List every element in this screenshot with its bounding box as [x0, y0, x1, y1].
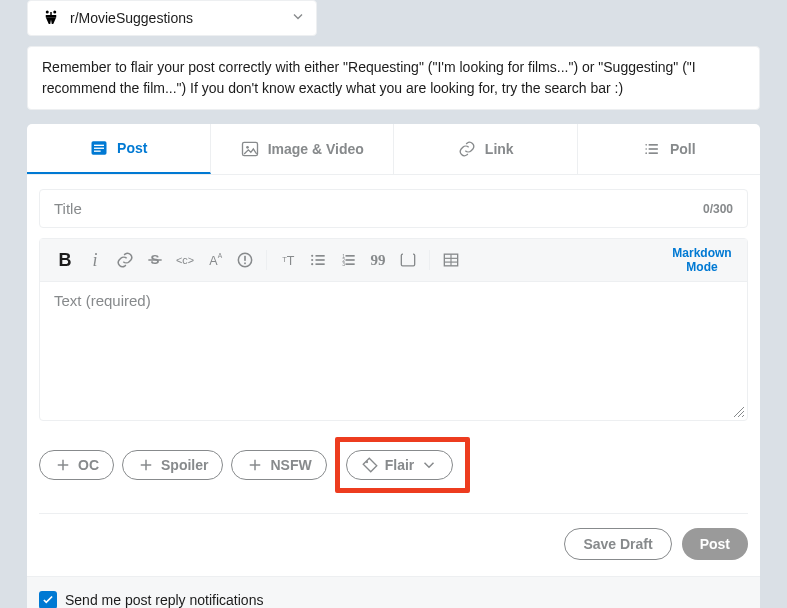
- number-list-button[interactable]: 123: [333, 245, 363, 275]
- svg-point-0: [46, 11, 49, 14]
- tag-icon: [361, 456, 379, 474]
- save-draft-button[interactable]: Save Draft: [564, 528, 671, 560]
- tab-poll-label: Poll: [670, 141, 696, 157]
- svg-rect-11: [649, 144, 658, 146]
- svg-rect-31: [316, 263, 325, 265]
- quote-button[interactable]: 99: [363, 245, 393, 275]
- flair-tag-button[interactable]: Flair: [346, 450, 454, 480]
- svg-point-54: [366, 461, 368, 463]
- svg-rect-13: [649, 148, 658, 150]
- oc-tag-label: OC: [78, 457, 99, 473]
- chevron-down-icon: [420, 456, 438, 474]
- composer-footer: Send me post reply notifications Connect…: [27, 576, 760, 608]
- image-icon: [240, 139, 260, 159]
- svg-point-30: [311, 263, 313, 265]
- bullet-list-button[interactable]: [303, 245, 333, 275]
- post-type-tabs: Post Image & Video Link Poll: [27, 124, 760, 175]
- svg-point-1: [53, 11, 56, 14]
- flair-notice: Remember to flair your post correctly wi…: [27, 46, 760, 110]
- svg-text:<c>: <c>: [176, 254, 194, 266]
- action-row: Save Draft Post: [27, 514, 760, 576]
- community-icon: [40, 7, 62, 29]
- svg-rect-3: [46, 15, 57, 17]
- post-button[interactable]: Post: [682, 528, 748, 560]
- post-icon: [89, 138, 109, 158]
- table-button[interactable]: [436, 245, 466, 275]
- text-editor: B i S <c> AA TT: [39, 238, 748, 421]
- editor-toolbar: B i S <c> AA TT: [40, 239, 747, 282]
- svg-rect-7: [94, 151, 101, 152]
- community-name: r/MovieSuggestions: [70, 10, 193, 26]
- plus-icon: [137, 456, 155, 474]
- svg-text:99: 99: [371, 252, 386, 268]
- resize-handle-icon[interactable]: [732, 405, 744, 417]
- strikethrough-button[interactable]: S: [140, 245, 170, 275]
- svg-text:3: 3: [342, 261, 345, 267]
- svg-text:A: A: [209, 254, 218, 268]
- body-placeholder: Text (required): [54, 292, 151, 309]
- title-input[interactable]: [54, 200, 703, 217]
- svg-rect-29: [316, 259, 325, 261]
- svg-line-47: [742, 415, 744, 417]
- svg-rect-2: [50, 12, 52, 15]
- toolbar-divider: [266, 250, 267, 270]
- svg-text:A: A: [218, 252, 223, 259]
- svg-point-26: [311, 255, 313, 257]
- tab-link[interactable]: Link: [394, 124, 578, 174]
- flair-highlight-box: Flair: [335, 437, 471, 493]
- svg-rect-23: [244, 263, 246, 265]
- tab-post-label: Post: [117, 140, 147, 156]
- svg-rect-22: [244, 256, 246, 261]
- code-block-button[interactable]: [393, 245, 423, 275]
- inline-code-button[interactable]: <c>: [170, 245, 200, 275]
- tab-post[interactable]: Post: [27, 124, 211, 174]
- title-input-row: 0/300: [39, 189, 748, 228]
- poll-icon: [642, 139, 662, 159]
- nsfw-tag-button[interactable]: NSFW: [231, 450, 326, 480]
- svg-rect-6: [94, 148, 104, 149]
- svg-rect-39: [401, 254, 414, 266]
- body-textarea[interactable]: Text (required): [40, 282, 747, 420]
- title-char-counter: 0/300: [703, 202, 733, 216]
- link-button[interactable]: [110, 245, 140, 275]
- svg-rect-40: [403, 253, 413, 256]
- svg-point-9: [246, 146, 249, 149]
- plus-icon: [246, 456, 264, 474]
- oc-tag-button[interactable]: OC: [39, 450, 114, 480]
- checkbox-checked-icon[interactable]: [39, 591, 57, 608]
- svg-rect-15: [649, 152, 658, 154]
- spoiler-tag-label: Spoiler: [161, 457, 208, 473]
- notifications-label: Send me post reply notifications: [65, 592, 263, 608]
- heading-button[interactable]: TT: [273, 245, 303, 275]
- tab-poll[interactable]: Poll: [578, 124, 761, 174]
- chevron-down-icon: [290, 9, 306, 28]
- svg-rect-27: [316, 255, 325, 257]
- tab-image-video[interactable]: Image & Video: [211, 124, 395, 174]
- link-icon: [457, 139, 477, 159]
- spoiler-button[interactable]: [230, 245, 260, 275]
- tab-link-label: Link: [485, 141, 514, 157]
- post-composer-card: Post Image & Video Link Poll 0/300 B: [27, 124, 760, 608]
- svg-rect-35: [346, 259, 355, 261]
- italic-button[interactable]: i: [80, 245, 110, 275]
- tab-image-video-label: Image & Video: [268, 141, 364, 157]
- markdown-mode-toggle[interactable]: Markdown Mode: [667, 246, 737, 275]
- flair-tag-label: Flair: [385, 457, 415, 473]
- svg-point-14: [645, 152, 647, 154]
- svg-point-12: [645, 148, 647, 150]
- superscript-button[interactable]: AA: [200, 245, 230, 275]
- toolbar-divider: [429, 250, 430, 270]
- nsfw-tag-label: NSFW: [270, 457, 311, 473]
- svg-point-28: [311, 259, 313, 261]
- plus-icon: [54, 456, 72, 474]
- svg-rect-5: [94, 145, 104, 146]
- bold-button[interactable]: B: [50, 245, 80, 275]
- notifications-checkbox-row[interactable]: Send me post reply notifications: [39, 591, 748, 608]
- svg-rect-37: [346, 263, 355, 265]
- spoiler-tag-button[interactable]: Spoiler: [122, 450, 223, 480]
- svg-rect-33: [346, 255, 355, 257]
- svg-point-10: [645, 144, 647, 146]
- svg-text:T: T: [287, 254, 295, 268]
- tag-buttons-row: OC Spoiler NSFW Flair: [27, 421, 760, 509]
- community-selector[interactable]: r/MovieSuggestions: [27, 0, 317, 36]
